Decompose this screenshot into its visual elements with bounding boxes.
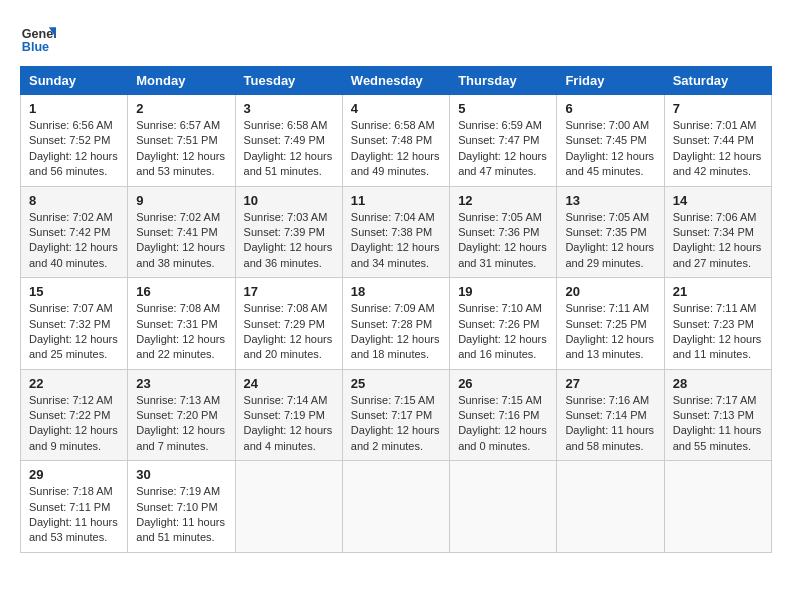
- day-number: 18: [351, 284, 441, 299]
- day-number: 9: [136, 193, 226, 208]
- day-info: Sunrise: 7:11 AM Sunset: 7:23 PM Dayligh…: [673, 301, 763, 363]
- calendar-cell: 3 Sunrise: 6:58 AM Sunset: 7:49 PM Dayli…: [235, 95, 342, 187]
- sunrise-text: Sunrise: 6:58 AM: [244, 118, 334, 133]
- calendar-cell: 10 Sunrise: 7:03 AM Sunset: 7:39 PM Dayl…: [235, 186, 342, 278]
- daylight-text: Daylight: 12 hours and 4 minutes.: [244, 423, 334, 454]
- day-number: 13: [565, 193, 655, 208]
- daylight-text: Daylight: 12 hours and 49 minutes.: [351, 149, 441, 180]
- day-info: Sunrise: 7:09 AM Sunset: 7:28 PM Dayligh…: [351, 301, 441, 363]
- sunset-text: Sunset: 7:13 PM: [673, 408, 763, 423]
- daylight-text: Daylight: 12 hours and 53 minutes.: [136, 149, 226, 180]
- sunrise-text: Sunrise: 7:12 AM: [29, 393, 119, 408]
- calendar-cell: 15 Sunrise: 7:07 AM Sunset: 7:32 PM Dayl…: [21, 278, 128, 370]
- sunset-text: Sunset: 7:38 PM: [351, 225, 441, 240]
- day-info: Sunrise: 7:03 AM Sunset: 7:39 PM Dayligh…: [244, 210, 334, 272]
- calendar-cell: 11 Sunrise: 7:04 AM Sunset: 7:38 PM Dayl…: [342, 186, 449, 278]
- sunset-text: Sunset: 7:11 PM: [29, 500, 119, 515]
- header-day-saturday: Saturday: [664, 67, 771, 95]
- sunset-text: Sunset: 7:45 PM: [565, 133, 655, 148]
- day-info: Sunrise: 6:58 AM Sunset: 7:49 PM Dayligh…: [244, 118, 334, 180]
- daylight-text: Daylight: 12 hours and 18 minutes.: [351, 332, 441, 363]
- sunset-text: Sunset: 7:52 PM: [29, 133, 119, 148]
- day-info: Sunrise: 6:59 AM Sunset: 7:47 PM Dayligh…: [458, 118, 548, 180]
- day-info: Sunrise: 7:05 AM Sunset: 7:36 PM Dayligh…: [458, 210, 548, 272]
- calendar-cell: 29 Sunrise: 7:18 AM Sunset: 7:11 PM Dayl…: [21, 461, 128, 553]
- calendar-week-4: 22 Sunrise: 7:12 AM Sunset: 7:22 PM Dayl…: [21, 369, 772, 461]
- sunset-text: Sunset: 7:28 PM: [351, 317, 441, 332]
- calendar-cell: 16 Sunrise: 7:08 AM Sunset: 7:31 PM Dayl…: [128, 278, 235, 370]
- daylight-text: Daylight: 11 hours and 55 minutes.: [673, 423, 763, 454]
- calendar-cell: 1 Sunrise: 6:56 AM Sunset: 7:52 PM Dayli…: [21, 95, 128, 187]
- daylight-text: Daylight: 12 hours and 34 minutes.: [351, 240, 441, 271]
- sunrise-text: Sunrise: 7:01 AM: [673, 118, 763, 133]
- day-number: 7: [673, 101, 763, 116]
- day-info: Sunrise: 7:10 AM Sunset: 7:26 PM Dayligh…: [458, 301, 548, 363]
- day-info: Sunrise: 7:19 AM Sunset: 7:10 PM Dayligh…: [136, 484, 226, 546]
- sunrise-text: Sunrise: 7:09 AM: [351, 301, 441, 316]
- sunrise-text: Sunrise: 7:16 AM: [565, 393, 655, 408]
- calendar-cell: 17 Sunrise: 7:08 AM Sunset: 7:29 PM Dayl…: [235, 278, 342, 370]
- sunrise-text: Sunrise: 6:59 AM: [458, 118, 548, 133]
- day-info: Sunrise: 7:00 AM Sunset: 7:45 PM Dayligh…: [565, 118, 655, 180]
- calendar-cell: 30 Sunrise: 7:19 AM Sunset: 7:10 PM Dayl…: [128, 461, 235, 553]
- day-number: 3: [244, 101, 334, 116]
- calendar-cell: [557, 461, 664, 553]
- svg-text:Blue: Blue: [22, 40, 49, 54]
- daylight-text: Daylight: 12 hours and 47 minutes.: [458, 149, 548, 180]
- day-number: 11: [351, 193, 441, 208]
- calendar-cell: 23 Sunrise: 7:13 AM Sunset: 7:20 PM Dayl…: [128, 369, 235, 461]
- sunrise-text: Sunrise: 7:08 AM: [244, 301, 334, 316]
- day-info: Sunrise: 7:18 AM Sunset: 7:11 PM Dayligh…: [29, 484, 119, 546]
- calendar-cell: 7 Sunrise: 7:01 AM Sunset: 7:44 PM Dayli…: [664, 95, 771, 187]
- daylight-text: Daylight: 12 hours and 7 minutes.: [136, 423, 226, 454]
- day-info: Sunrise: 7:01 AM Sunset: 7:44 PM Dayligh…: [673, 118, 763, 180]
- header-day-sunday: Sunday: [21, 67, 128, 95]
- sunrise-text: Sunrise: 7:15 AM: [458, 393, 548, 408]
- day-info: Sunrise: 7:02 AM Sunset: 7:42 PM Dayligh…: [29, 210, 119, 272]
- header-day-tuesday: Tuesday: [235, 67, 342, 95]
- header-day-thursday: Thursday: [450, 67, 557, 95]
- day-number: 1: [29, 101, 119, 116]
- sunset-text: Sunset: 7:17 PM: [351, 408, 441, 423]
- sunrise-text: Sunrise: 7:10 AM: [458, 301, 548, 316]
- calendar-cell: 21 Sunrise: 7:11 AM Sunset: 7:23 PM Dayl…: [664, 278, 771, 370]
- day-info: Sunrise: 7:17 AM Sunset: 7:13 PM Dayligh…: [673, 393, 763, 455]
- day-info: Sunrise: 7:07 AM Sunset: 7:32 PM Dayligh…: [29, 301, 119, 363]
- sunset-text: Sunset: 7:22 PM: [29, 408, 119, 423]
- day-number: 14: [673, 193, 763, 208]
- daylight-text: Daylight: 11 hours and 58 minutes.: [565, 423, 655, 454]
- calendar-cell: 22 Sunrise: 7:12 AM Sunset: 7:22 PM Dayl…: [21, 369, 128, 461]
- sunrise-text: Sunrise: 6:57 AM: [136, 118, 226, 133]
- day-number: 15: [29, 284, 119, 299]
- sunset-text: Sunset: 7:39 PM: [244, 225, 334, 240]
- sunset-text: Sunset: 7:29 PM: [244, 317, 334, 332]
- sunrise-text: Sunrise: 7:05 AM: [565, 210, 655, 225]
- calendar-cell: 28 Sunrise: 7:17 AM Sunset: 7:13 PM Dayl…: [664, 369, 771, 461]
- daylight-text: Daylight: 12 hours and 38 minutes.: [136, 240, 226, 271]
- sunset-text: Sunset: 7:26 PM: [458, 317, 548, 332]
- calendar-cell: 26 Sunrise: 7:15 AM Sunset: 7:16 PM Dayl…: [450, 369, 557, 461]
- day-number: 6: [565, 101, 655, 116]
- sunset-text: Sunset: 7:44 PM: [673, 133, 763, 148]
- sunrise-text: Sunrise: 7:15 AM: [351, 393, 441, 408]
- daylight-text: Daylight: 12 hours and 42 minutes.: [673, 149, 763, 180]
- sunset-text: Sunset: 7:47 PM: [458, 133, 548, 148]
- sunset-text: Sunset: 7:51 PM: [136, 133, 226, 148]
- sunrise-text: Sunrise: 7:17 AM: [673, 393, 763, 408]
- day-number: 29: [29, 467, 119, 482]
- calendar-cell: 27 Sunrise: 7:16 AM Sunset: 7:14 PM Dayl…: [557, 369, 664, 461]
- day-info: Sunrise: 7:16 AM Sunset: 7:14 PM Dayligh…: [565, 393, 655, 455]
- sunrise-text: Sunrise: 7:19 AM: [136, 484, 226, 499]
- sunset-text: Sunset: 7:31 PM: [136, 317, 226, 332]
- day-info: Sunrise: 6:58 AM Sunset: 7:48 PM Dayligh…: [351, 118, 441, 180]
- day-info: Sunrise: 7:14 AM Sunset: 7:19 PM Dayligh…: [244, 393, 334, 455]
- sunrise-text: Sunrise: 6:58 AM: [351, 118, 441, 133]
- day-info: Sunrise: 7:11 AM Sunset: 7:25 PM Dayligh…: [565, 301, 655, 363]
- day-info: Sunrise: 7:15 AM Sunset: 7:17 PM Dayligh…: [351, 393, 441, 455]
- daylight-text: Daylight: 12 hours and 20 minutes.: [244, 332, 334, 363]
- sunrise-text: Sunrise: 7:06 AM: [673, 210, 763, 225]
- calendar-week-3: 15 Sunrise: 7:07 AM Sunset: 7:32 PM Dayl…: [21, 278, 772, 370]
- calendar-cell: [235, 461, 342, 553]
- sunrise-text: Sunrise: 7:11 AM: [565, 301, 655, 316]
- calendar-header-row: SundayMondayTuesdayWednesdayThursdayFrid…: [21, 67, 772, 95]
